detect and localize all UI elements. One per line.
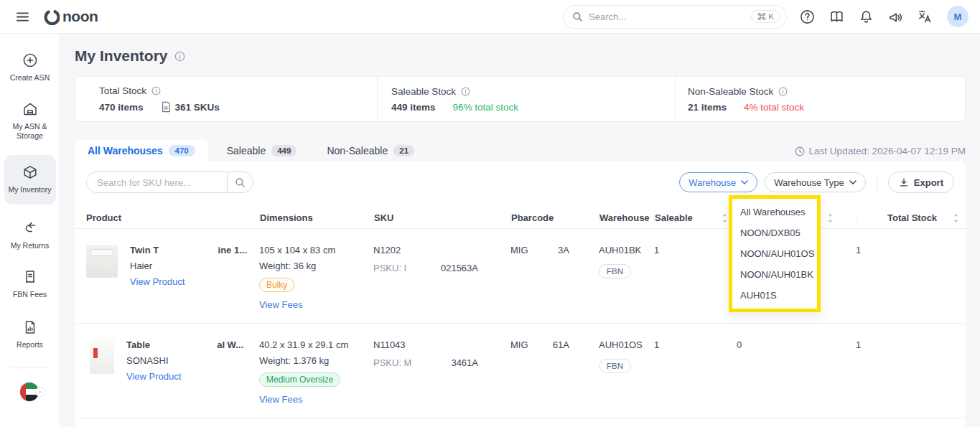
sidebar-item-my-returns[interactable]: My Returns bbox=[4, 220, 56, 250]
sidebar-item-my-asn-storage[interactable]: My ASN & Storage bbox=[4, 101, 56, 141]
tab-non-saleable[interactable]: Non-Saleable 21 bbox=[315, 140, 426, 161]
country-selector[interactable]: › bbox=[19, 382, 41, 402]
app-window: noon K bbox=[0, 0, 980, 427]
sidebar-item-label: Create ASN bbox=[10, 73, 50, 83]
dropdown-option-all-warehouses[interactable]: All Warehouses bbox=[732, 202, 817, 222]
weight-value: Weight: 1.376 kg bbox=[259, 355, 373, 366]
col-warehouse[interactable]: Warehouse bbox=[599, 212, 654, 225]
sku-search-button[interactable] bbox=[227, 172, 253, 192]
language-translate-icon[interactable] bbox=[918, 9, 933, 24]
info-icon[interactable] bbox=[778, 87, 788, 96]
user-avatar[interactable]: M bbox=[947, 6, 969, 27]
view-fees-link[interactable]: View Fees bbox=[259, 394, 373, 405]
export-button[interactable]: Export bbox=[888, 172, 954, 193]
dropdown-option-noon-auh01os[interactable]: NOON/AUH01OS bbox=[732, 243, 817, 264]
global-search[interactable]: K bbox=[563, 5, 787, 29]
product-image[interactable] bbox=[86, 245, 118, 278]
sidebar-item-reports[interactable]: Reports bbox=[4, 319, 56, 349]
saleable-value: 1 bbox=[654, 339, 737, 350]
total-stock-value: 1 bbox=[856, 339, 966, 350]
help-icon[interactable] bbox=[800, 9, 815, 24]
warehouse-value: AUH01OS bbox=[599, 339, 654, 350]
warehouse-icon bbox=[22, 101, 38, 117]
hamburger-menu-icon[interactable] bbox=[13, 7, 32, 26]
dimensions-value: 105 x 104 x 83 cm bbox=[259, 245, 373, 255]
table-row: Twin T ine 1... Haier View Product 105 x… bbox=[75, 229, 966, 324]
dropdown-option-noon-auh01bk[interactable]: NOON/AUH01BK bbox=[732, 264, 817, 285]
sidebar-divider bbox=[10, 367, 50, 367]
non-saleable-percentage: 4% total stock bbox=[744, 102, 804, 113]
sidebar-item-create-asn[interactable]: Create ASN bbox=[4, 52, 56, 83]
product-title: Table al W... bbox=[126, 339, 243, 350]
col-pbarcode[interactable]: Pbarcode bbox=[510, 212, 599, 225]
saleable-percentage: 96% total stock bbox=[453, 102, 519, 113]
product-image[interactable] bbox=[90, 339, 114, 374]
global-search-input[interactable] bbox=[589, 11, 751, 22]
command-icon bbox=[757, 12, 766, 21]
noon-logo-text: noon bbox=[62, 8, 98, 25]
warehouse-dropdown: All Warehouses NOON/DXB05 NOON/AUH01OS N… bbox=[729, 195, 821, 312]
sidebar-item-my-inventory[interactable]: My Inventory bbox=[4, 155, 56, 204]
sidebar-item-label: FBN Fees bbox=[13, 290, 47, 299]
fulfillment-badge: FBN bbox=[599, 264, 631, 278]
dropdown-option-noon-dxb05[interactable]: NOON/DXB05 bbox=[732, 222, 817, 243]
total-skus-value: 361 SKUs bbox=[175, 102, 220, 113]
announcements-megaphone-icon[interactable] bbox=[888, 9, 903, 24]
non-saleable-items-value: 21 items bbox=[688, 102, 727, 113]
noon-logo[interactable]: noon bbox=[43, 8, 98, 25]
tab-saleable[interactable]: Saleable 449 bbox=[215, 140, 309, 161]
plus-circle-icon bbox=[22, 52, 38, 68]
warehouse-type-filter-button[interactable]: Warehouse Type bbox=[765, 172, 866, 192]
product-brand: Haier bbox=[130, 261, 247, 271]
col-product[interactable]: Product bbox=[86, 212, 259, 225]
stock-summary-card: Total Stock 470 items 361 SKUs bbox=[75, 76, 966, 122]
non-saleable-value: 0 bbox=[737, 339, 856, 350]
col-total-stock-label: Total Stock bbox=[887, 212, 937, 223]
sidebar-item-label: Reports bbox=[17, 340, 43, 349]
view-fees-link[interactable]: View Fees bbox=[259, 299, 373, 310]
product-brand: SONASHI bbox=[126, 355, 243, 366]
sort-icon[interactable] bbox=[953, 213, 959, 223]
fulfillment-badge: FBN bbox=[599, 359, 631, 373]
sort-icon[interactable] bbox=[827, 213, 834, 223]
view-product-link[interactable]: View Product bbox=[126, 371, 181, 382]
sidebar-item-label: My Inventory bbox=[8, 185, 51, 194]
sidebar: Create ASN My ASN & Storage My Inventory… bbox=[0, 34, 60, 427]
dropdown-option-auh01s[interactable]: AUH01S bbox=[732, 285, 817, 306]
col-saleable[interactable]: Saleable bbox=[654, 212, 737, 225]
export-label: Export bbox=[914, 177, 943, 188]
sku-icon bbox=[161, 101, 171, 113]
non-saleable-stock-stat: Non-Saleable Stock 21 items 4% total sto… bbox=[675, 77, 965, 121]
col-sku[interactable]: SKU bbox=[373, 212, 510, 225]
col-total-stock[interactable]: Total Stock bbox=[856, 212, 966, 225]
total-stock-label: Total Stock bbox=[99, 85, 146, 96]
saleable-stock-stat: Saleable Stock 449 items 96% total stock bbox=[377, 77, 675, 121]
tabs-bar: All Warehouses 470 Saleable 449 Non-Sale… bbox=[75, 140, 966, 161]
notifications-bell-icon[interactable] bbox=[859, 9, 874, 24]
sort-icon[interactable] bbox=[722, 213, 728, 223]
sidebar-item-fbn-fees[interactable]: FBN Fees bbox=[4, 269, 56, 299]
warehouse-filter-button[interactable]: Warehouse bbox=[679, 172, 757, 192]
info-icon[interactable] bbox=[461, 87, 470, 96]
receipt-icon bbox=[22, 269, 38, 285]
tab-count-badge: 21 bbox=[393, 145, 414, 156]
info-icon[interactable] bbox=[174, 51, 185, 62]
sidebar-item-label: My Returns bbox=[11, 241, 50, 250]
inventory-panel: Warehouse Warehouse Type bbox=[75, 161, 966, 427]
chevron-right-icon[interactable]: › bbox=[35, 387, 45, 397]
noon-logo-mark bbox=[43, 9, 60, 25]
tab-all-warehouses[interactable]: All Warehouses 470 bbox=[75, 140, 208, 161]
guide-book-icon[interactable] bbox=[829, 9, 844, 24]
warehouse-type-filter-label: Warehouse Type bbox=[774, 177, 844, 188]
view-product-link[interactable]: View Product bbox=[130, 276, 185, 287]
col-dimensions[interactable]: Dimensions bbox=[259, 212, 373, 225]
pbarcode-value: MIG 61A bbox=[510, 339, 569, 350]
sku-search[interactable] bbox=[86, 172, 253, 193]
chevron-down-icon bbox=[741, 180, 748, 184]
total-items-value: 470 items bbox=[99, 102, 144, 113]
sku-search-input[interactable] bbox=[87, 177, 227, 188]
warehouse-filter-label: Warehouse bbox=[689, 177, 736, 188]
report-icon bbox=[22, 319, 38, 335]
info-icon[interactable] bbox=[151, 86, 161, 95]
saleable-items-value: 449 items bbox=[391, 102, 436, 113]
